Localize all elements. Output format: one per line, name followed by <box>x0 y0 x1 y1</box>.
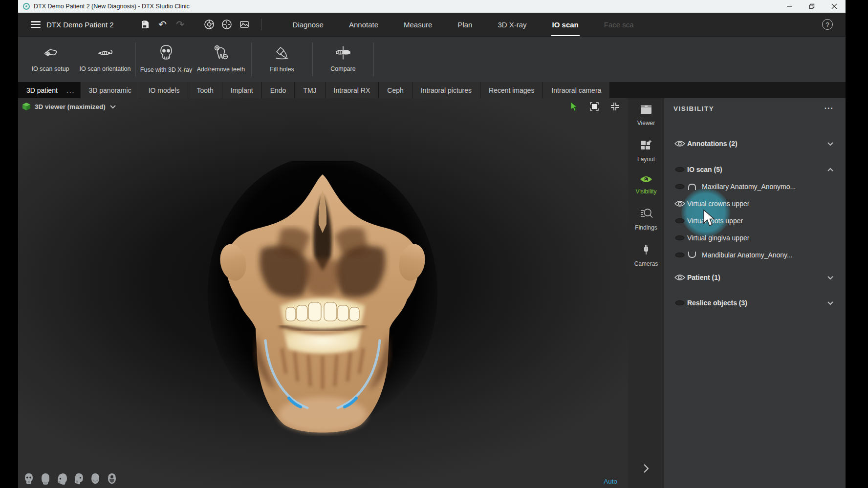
tab-intraoral-camera[interactable]: Intraoral camera <box>543 82 609 98</box>
io-scan-setup-button[interactable]: IO scan setup <box>23 37 78 82</box>
chevron-down-icon[interactable] <box>827 273 834 282</box>
window-title: DTX Demo Patient 2 (New Diagnosis) - DTX… <box>34 3 190 10</box>
tab-label: Intraoral pictures <box>421 86 472 94</box>
io-scan-orientation-icon <box>96 45 114 63</box>
compare-button[interactable]: Compare <box>316 37 370 82</box>
help-icon[interactable]: ? <box>822 19 833 30</box>
3d-cube-icon <box>22 102 31 111</box>
title-bar: DTX Demo Patient 2 (New Diagnosis) - DTX… <box>18 0 846 13</box>
visibility-row-mandibular-anatomy[interactable]: Mandibular Anatomy_Anony... <box>664 246 846 264</box>
tool-findings[interactable]: Findings <box>635 208 657 231</box>
fuse-with-3d-xray-button[interactable]: Fuse with 3D X-ray <box>139 37 194 82</box>
menu-face-scan: Face sca <box>591 13 647 36</box>
tab-tooth[interactable]: Tooth <box>188 82 221 98</box>
panel-options-icon[interactable]: ... <box>825 102 834 111</box>
eye-closed-icon[interactable] <box>674 166 687 173</box>
tab-overflow-menu-icon[interactable]: ... <box>66 86 75 94</box>
chevron-up-icon[interactable] <box>827 165 834 174</box>
menu-diagnose[interactable]: Diagnose <box>280 13 336 36</box>
pointer-tool-icon[interactable] <box>568 101 579 112</box>
tooth-plus-minus-icon <box>213 45 229 63</box>
eye-open-icon[interactable] <box>674 274 687 281</box>
focus-target-icon[interactable] <box>220 18 233 31</box>
minimize-button[interactable] <box>778 0 801 13</box>
visibility-row-maxillary-anatomy[interactable]: Maxillary Anatomy_Anonymo... <box>664 178 846 195</box>
eye-closed-icon[interactable] <box>674 299 687 306</box>
menu-plan[interactable]: Plan <box>445 13 485 36</box>
restore-view-icon[interactable] <box>609 101 620 112</box>
right-profile-view-icon[interactable] <box>73 472 85 485</box>
front-view-icon[interactable] <box>23 472 35 485</box>
cameras-plug-icon <box>642 244 650 257</box>
back-view-icon[interactable] <box>40 472 51 485</box>
menu-io-scan[interactable]: IO scan <box>540 13 591 36</box>
panel-title: VISIBILITY <box>673 105 714 112</box>
visibility-row-virtual-crowns-upper[interactable]: Virtual crowns upper <box>664 195 846 212</box>
tab-label: Recent images <box>489 86 534 94</box>
tool-visibility[interactable]: Visibility <box>635 175 656 195</box>
menu-measure[interactable]: Measure <box>391 13 445 36</box>
row-label: Reslice objects (3) <box>687 299 747 307</box>
bottom-view-icon[interactable] <box>106 472 118 485</box>
close-button[interactable] <box>823 0 846 13</box>
eye-open-icon[interactable] <box>674 200 687 207</box>
collapse-panel-chevron-icon[interactable] <box>643 464 649 475</box>
row-label: Virtual gingiva upper <box>687 234 749 242</box>
tab-label: Intraoral RX <box>334 86 370 94</box>
visibility-row-io-scan[interactable]: IO scan (5) <box>664 161 846 178</box>
left-three-quarter-view-icon[interactable] <box>56 472 68 485</box>
tool-cameras[interactable]: Cameras <box>634 244 658 267</box>
visibility-row-annotations[interactable]: Annotations (2) <box>664 135 846 152</box>
tab-3d-panoramic[interactable]: 3D panoramic <box>81 82 140 98</box>
tab-io-models[interactable]: IO models <box>140 82 188 98</box>
viewer-title-chevron-icon[interactable] <box>109 102 116 111</box>
capture-icon[interactable] <box>203 18 216 31</box>
tab-label: Ceph <box>387 86 403 94</box>
tab-label: 3D patient <box>26 86 58 94</box>
eye-closed-icon[interactable] <box>674 234 687 241</box>
eye-closed-icon[interactable] <box>674 217 687 224</box>
add-remove-teeth-button[interactable]: Add/remove teeth <box>194 37 248 82</box>
menu-annotate[interactable]: Annotate <box>336 13 391 36</box>
visibility-row-virtual-roots-upper[interactable]: Virtual roots upper <box>664 212 846 230</box>
eye-open-icon[interactable] <box>674 140 687 147</box>
chevron-down-icon[interactable] <box>827 139 834 148</box>
compare-label: Compare <box>330 65 355 73</box>
undo-icon[interactable]: ↶ <box>156 18 169 31</box>
tab-recent-images[interactable]: Recent images <box>480 82 542 98</box>
auto-clipping-toggle[interactable]: Auto <box>604 478 617 485</box>
row-label: Virtual crowns upper <box>687 200 749 208</box>
tool-viewer[interactable]: Viewer <box>637 104 655 127</box>
snapshot-image-icon[interactable] <box>238 18 251 31</box>
tab-tmj[interactable]: TMJ <box>295 82 325 98</box>
tab-intraoral-rx[interactable]: Intraoral RX <box>326 82 379 98</box>
tab-3d-patient[interactable]: 3D patient ... <box>18 82 80 98</box>
restore-button[interactable] <box>801 0 823 13</box>
skull-3d-render[interactable] <box>208 161 437 437</box>
mandibular-arch-icon <box>687 251 702 259</box>
tab-ceph[interactable]: Ceph <box>379 82 412 98</box>
save-icon[interactable] <box>139 18 152 31</box>
chevron-down-icon[interactable] <box>827 298 834 307</box>
tool-label: Findings <box>635 224 657 231</box>
visibility-row-patient[interactable]: Patient (1) <box>664 269 846 286</box>
io-scan-orientation-button[interactable]: IO scan orientation <box>78 37 132 82</box>
3d-viewer[interactable]: 3D viewer (maximized) <box>18 98 628 488</box>
eye-closed-icon[interactable] <box>674 183 687 190</box>
tab-implant[interactable]: Implant <box>222 82 261 98</box>
top-view-icon[interactable] <box>89 472 101 485</box>
eye-closed-icon[interactable] <box>674 252 687 258</box>
patient-name[interactable]: DTX Demo Patient 2 <box>46 21 114 29</box>
visibility-row-virtual-gingiva-upper[interactable]: Virtual gingiva upper <box>664 229 846 247</box>
tab-endo[interactable]: Endo <box>262 82 295 98</box>
maxillary-arch-icon <box>687 183 702 191</box>
tab-intraoral-pictures[interactable]: Intraoral pictures <box>412 82 480 98</box>
tab-label: IO models <box>149 86 180 94</box>
hamburger-menu-icon[interactable] <box>31 21 41 28</box>
tool-layout[interactable]: Layout <box>637 139 655 163</box>
fullscreen-icon[interactable] <box>589 101 600 112</box>
visibility-row-reslice-objects[interactable]: Reslice objects (3) <box>664 294 846 312</box>
fill-holes-button[interactable]: Fill holes <box>255 37 309 82</box>
menu-3d-xray[interactable]: 3D X-ray <box>485 13 539 36</box>
tab-label: Intraoral camera <box>551 86 601 94</box>
